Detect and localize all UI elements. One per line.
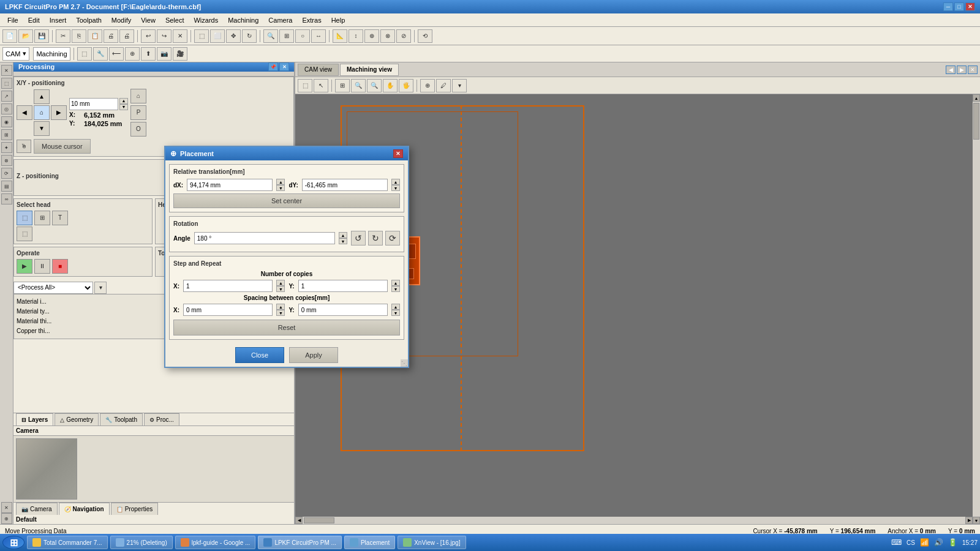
y-spacing-down[interactable]: ▼ bbox=[391, 310, 400, 316]
rotation-title: Rotation bbox=[173, 220, 400, 227]
rotate-180-btn[interactable]: ⟳ bbox=[385, 231, 400, 246]
x-copies-up[interactable]: ▲ bbox=[276, 280, 285, 286]
deleting-taskbar-btn[interactable]: 21% (Deleting) bbox=[110, 536, 173, 549]
deleting-icon bbox=[116, 538, 124, 547]
y-spacing-spin: ▲ ▼ bbox=[391, 304, 400, 316]
dx-down[interactable]: ▼ bbox=[276, 185, 285, 191]
relative-translation-title: Relative translation[mm] bbox=[173, 168, 400, 175]
taskbar: ⊞ Total Commander 7... 21% (Deleting) lp… bbox=[0, 534, 980, 551]
rotate-cw-btn[interactable]: ↻ bbox=[368, 231, 383, 246]
network-icon: 📶 bbox=[920, 538, 929, 547]
apply-button[interactable]: Apply bbox=[289, 347, 338, 363]
step-repeat-section: Step and Repeat Number of copies X: ▲ ▼ … bbox=[169, 256, 404, 340]
start-icon: ⊞ bbox=[10, 537, 18, 549]
x-copies-down[interactable]: ▼ bbox=[276, 286, 285, 292]
x-spacing-down[interactable]: ▼ bbox=[276, 310, 285, 316]
xnview-icon bbox=[403, 538, 412, 547]
lpkf-guide-icon bbox=[181, 538, 189, 547]
rotate-ccw-btn[interactable]: ↺ bbox=[351, 231, 366, 246]
y-spacing-input[interactable] bbox=[298, 304, 388, 316]
y-copies-label: Y: bbox=[288, 283, 294, 290]
clock-label: 15:27 bbox=[962, 539, 978, 546]
step-repeat-title: Step and Repeat bbox=[173, 260, 400, 267]
rotation-section: Rotation Angle ▲ ▼ ↺ ↻ ⟳ bbox=[169, 216, 404, 252]
x-spacing-input[interactable] bbox=[183, 304, 273, 316]
relative-translation-section: Relative translation[mm] dX: ▲ ▼ dY: ▲ ▼… bbox=[169, 164, 404, 212]
x-copies-spin: ▲ ▼ bbox=[276, 280, 285, 292]
spacing-row: X: ▲ ▼ Y: ▲ ▼ bbox=[173, 304, 400, 316]
lang-label: CS bbox=[907, 539, 915, 546]
dialog-close-button[interactable]: ✕ bbox=[393, 149, 403, 158]
total-commander-icon bbox=[32, 538, 41, 547]
dy-input[interactable] bbox=[302, 179, 388, 191]
y-copies-spin: ▲ ▼ bbox=[391, 280, 400, 292]
dialog-resize-grip[interactable]: ⋱ bbox=[401, 359, 408, 367]
angle-down[interactable]: ▼ bbox=[339, 238, 347, 244]
y-copies-input[interactable] bbox=[298, 280, 388, 292]
rotation-icons: ↺ ↻ ⟳ bbox=[351, 231, 400, 246]
angle-row: Angle ▲ ▼ ↺ ↻ ⟳ bbox=[173, 231, 400, 246]
dx-label: dX: bbox=[173, 182, 183, 189]
num-copies-label: Number of copies bbox=[173, 271, 400, 277]
xnview-label: XnView - [16.jpg] bbox=[414, 539, 460, 546]
circuitpro-label: LPKF CircuitPro PM ... bbox=[274, 539, 336, 546]
angle-input[interactable] bbox=[194, 232, 335, 244]
dialog-titlebar[interactable]: ⊕ Placement ✕ bbox=[165, 147, 408, 160]
dialog-buttons: Close Apply bbox=[165, 343, 408, 367]
close-button[interactable]: Close bbox=[235, 347, 284, 363]
y-copies-up[interactable]: ▲ bbox=[391, 280, 400, 286]
taskbar-right: ⌨ CS 📶 🔊 🔋 15:27 bbox=[891, 538, 978, 547]
dx-spin: ▲ ▼ bbox=[276, 179, 285, 191]
dialog-title-content: ⊕ Placement bbox=[170, 149, 214, 158]
dy-spin: ▲ ▼ bbox=[391, 179, 400, 191]
x-spacing-spin: ▲ ▼ bbox=[276, 304, 285, 316]
angle-spin: ▲ ▼ bbox=[339, 232, 347, 244]
dialog-title-text: Placement bbox=[180, 150, 214, 157]
placement-taskbar-btn[interactable]: Placement bbox=[344, 536, 395, 549]
battery-icon: 🔋 bbox=[948, 538, 957, 547]
y-spacing-up[interactable]: ▲ bbox=[391, 304, 400, 310]
x-copies-input[interactable] bbox=[183, 280, 273, 292]
circuitpro-taskbar-btn[interactable]: LPKF CircuitPro PM ... bbox=[258, 536, 342, 549]
lpkf-guide-taskbar-btn[interactable]: lpkf-guide - Google ... bbox=[175, 536, 256, 549]
angle-up[interactable]: ▲ bbox=[339, 232, 347, 238]
circuitpro-icon bbox=[263, 538, 272, 547]
total-commander-label: Total Commander 7... bbox=[43, 539, 102, 546]
placement-icon bbox=[350, 538, 358, 547]
dx-up[interactable]: ▲ bbox=[276, 179, 285, 185]
start-button[interactable]: ⊞ bbox=[2, 536, 24, 549]
modal-overlay: ⊕ Placement ✕ Relative translation[mm] d… bbox=[0, 0, 980, 534]
total-commander-taskbar-btn[interactable]: Total Commander 7... bbox=[27, 536, 108, 549]
dy-up[interactable]: ▲ bbox=[391, 179, 400, 185]
angle-label: Angle bbox=[173, 235, 190, 242]
dx-input[interactable] bbox=[187, 179, 273, 191]
dy-down[interactable]: ▼ bbox=[391, 185, 400, 191]
copies-row: X: ▲ ▼ Y: ▲ ▼ bbox=[173, 280, 400, 292]
x-copies-label: X: bbox=[173, 283, 179, 290]
reset-row: Reset bbox=[173, 320, 400, 335]
x-spacing-up[interactable]: ▲ bbox=[276, 304, 285, 310]
y-spacing-label: Y: bbox=[288, 307, 294, 313]
reset-button[interactable]: Reset bbox=[173, 320, 400, 335]
set-center-button[interactable]: Set center bbox=[173, 193, 400, 208]
dx-row: dX: ▲ ▼ dY: ▲ ▼ bbox=[173, 179, 400, 191]
placement-label: Placement bbox=[361, 539, 390, 546]
keyboard-lang-icon: ⌨ bbox=[891, 538, 902, 547]
volume-icon: 🔊 bbox=[934, 538, 943, 547]
spacing-label: Spacing between copies[mm] bbox=[173, 294, 400, 301]
x-spacing-label: X: bbox=[173, 307, 179, 313]
dy-label: dY: bbox=[288, 182, 298, 189]
deleting-label: 21% (Deleting) bbox=[127, 539, 167, 546]
dialog-icon: ⊕ bbox=[170, 149, 176, 158]
y-copies-down[interactable]: ▼ bbox=[391, 286, 400, 292]
placement-dialog: ⊕ Placement ✕ Relative translation[mm] d… bbox=[164, 146, 409, 368]
xnview-taskbar-btn[interactable]: XnView - [16.jpg] bbox=[398, 536, 466, 549]
lpkf-guide-label: lpkf-guide - Google ... bbox=[192, 539, 251, 546]
